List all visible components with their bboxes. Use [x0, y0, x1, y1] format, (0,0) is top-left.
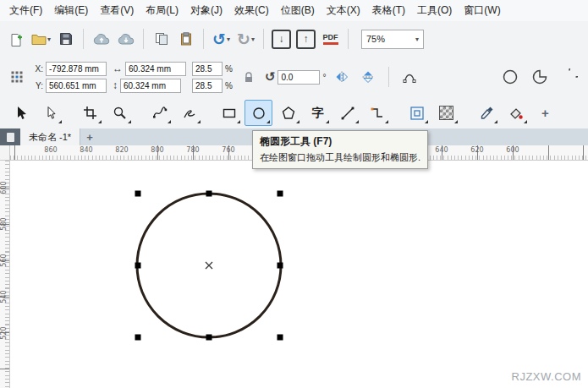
redo-icon: ↻ [237, 31, 250, 47]
connector-tool[interactable] [363, 100, 391, 126]
x-position-input[interactable] [46, 62, 107, 76]
toolbar-separator [83, 29, 84, 49]
object-position-button[interactable] [7, 66, 27, 88]
degree-label: ° [322, 73, 326, 82]
cloud-download-button[interactable] [114, 26, 137, 52]
eyedropper-tool[interactable] [472, 100, 500, 126]
selection-center-marker [206, 262, 212, 269]
menu-item-object[interactable]: 对象(J) [184, 0, 228, 21]
y-position-input[interactable] [46, 79, 107, 93]
mirror-horizontal-icon [335, 70, 349, 84]
lock-ratio-button[interactable] [239, 66, 259, 88]
contour-tool[interactable] [403, 100, 431, 126]
paste-button[interactable] [174, 26, 197, 52]
drawing-canvas[interactable]: RJZXW.COM [10, 161, 588, 388]
arc-mode-button[interactable] [558, 66, 581, 88]
menu-item-effects[interactable]: 效果(C) [228, 0, 275, 21]
ellipse-tool-tooltip: 椭圆形工具 (F7) 在绘图窗口拖动工具绘制圆形和椭圆形. [252, 130, 428, 169]
new-document-tab-button[interactable]: + [80, 128, 99, 145]
scale-x-input[interactable] [192, 62, 223, 76]
copy-icon [155, 32, 168, 46]
menu-item-layout[interactable]: 布局(L) [140, 0, 184, 21]
undo-button[interactable]: ↺ ▾ [210, 26, 233, 52]
menu-item-view[interactable]: 查看(V) [94, 0, 140, 21]
convert-to-curves-button[interactable] [399, 66, 420, 88]
ruler-h-label: 800 [151, 146, 163, 154]
mirror-vertical-button[interactable] [358, 66, 378, 88]
new-document-button[interactable] [5, 26, 28, 52]
selection-handle-bottom-left[interactable] [135, 335, 141, 341]
ruler-h-label: 640 [435, 146, 448, 154]
cloud-download-icon [118, 33, 135, 45]
transparency-tool[interactable] [432, 100, 460, 126]
menu-item-bitmaps[interactable]: 位图(B) [275, 0, 321, 21]
welcome-screen-tab[interactable] [0, 128, 20, 145]
object-width-input[interactable] [125, 62, 186, 76]
text-tool-icon: 字 [312, 106, 324, 121]
rectangle-tool[interactable] [215, 100, 243, 126]
copy-button[interactable] [150, 26, 173, 52]
text-tool[interactable]: 字 [304, 100, 332, 126]
selection-handle-middle-right[interactable] [278, 263, 283, 269]
zoom-level-select[interactable]: 75% ▾ [361, 30, 424, 49]
polygon-tool[interactable] [274, 100, 302, 126]
lock-icon [243, 71, 255, 84]
redo-button[interactable]: ↻ ▾ [234, 26, 257, 52]
y-position-label: Y: [33, 81, 43, 90]
scale-y-input[interactable] [192, 79, 223, 93]
interactive-fill-tool[interactable] [502, 100, 530, 126]
save-button[interactable] [54, 26, 77, 52]
undo-dropdown-caret-icon[interactable]: ▾ [227, 36, 230, 43]
open-dropdown-caret-icon[interactable]: ▾ [47, 36, 51, 43]
two-point-line-tool[interactable] [333, 100, 361, 126]
shape-tool[interactable] [36, 100, 64, 126]
crop-tool[interactable] [76, 100, 104, 126]
menu-item-table[interactable]: 表格(T) [366, 0, 411, 21]
ellipse-icon [251, 106, 267, 121]
rotation-angle-input[interactable] [278, 70, 320, 85]
position-grid-icon [11, 71, 23, 83]
save-floppy-icon [59, 32, 73, 46]
ruler-h-label: 860 [44, 146, 57, 154]
import-icon: ↓ [272, 30, 291, 49]
plus-icon: + [86, 131, 93, 144]
tooltip-description: 在绘图窗口拖动工具绘制圆形和椭圆形. [260, 151, 420, 164]
selection-handle-top-right[interactable] [278, 191, 283, 197]
more-tools-button[interactable]: + [531, 100, 559, 126]
selection-handle-top-center[interactable] [206, 191, 212, 197]
pie-mode-button[interactable] [528, 66, 552, 88]
redo-dropdown-caret-icon[interactable]: ▾ [251, 36, 255, 43]
open-document-button[interactable]: ▾ [30, 26, 52, 52]
zoom-dropdown-caret-icon[interactable]: ▾ [415, 36, 419, 43]
cloud-upload-button[interactable] [90, 26, 113, 52]
property-bar-separator [388, 67, 389, 87]
watermark: RJZXW.COM [512, 370, 582, 383]
artistic-media-tool[interactable] [175, 100, 203, 126]
menu-item-file[interactable]: 文件(F) [3, 0, 48, 21]
object-height-input[interactable] [120, 79, 181, 93]
shape-arrow-icon [43, 106, 58, 121]
menu-item-edit[interactable]: 编辑(E) [48, 0, 94, 21]
ellipse-tool[interactable] [245, 100, 272, 126]
zoom-tool[interactable] [106, 100, 134, 126]
menu-item-text[interactable]: 文本(X) [321, 0, 366, 21]
vertical-ruler[interactable]: 600 580 560 540 520 [0, 161, 10, 388]
selection-handle-middle-left[interactable] [135, 263, 141, 269]
export-button[interactable]: ↑ [294, 26, 317, 52]
property-bar: X: Y: ↔ ↕ % % ↺ ° [0, 57, 588, 98]
publish-to-pdf-button[interactable]: PDF [319, 26, 342, 52]
selection-handle-top-left[interactable] [135, 191, 141, 197]
menu-item-tools[interactable]: 工具(O) [411, 0, 458, 21]
ruler-h-label: 600 [506, 146, 519, 154]
mirror-horizontal-button[interactable] [332, 66, 352, 88]
document-tab[interactable]: 未命名 -1* [20, 128, 80, 145]
selection-handle-bottom-center[interactable] [206, 335, 212, 341]
ellipse-mode-button[interactable] [498, 66, 522, 88]
freehand-tool[interactable] [146, 100, 173, 126]
pick-tool[interactable] [7, 100, 35, 126]
transparency-checker-icon [439, 106, 453, 120]
ruler-origin-box[interactable] [0, 145, 10, 161]
selection-handle-bottom-right[interactable] [278, 335, 283, 341]
menu-item-window[interactable]: 窗口(W) [458, 0, 506, 21]
import-button[interactable]: ↓ [270, 26, 293, 52]
